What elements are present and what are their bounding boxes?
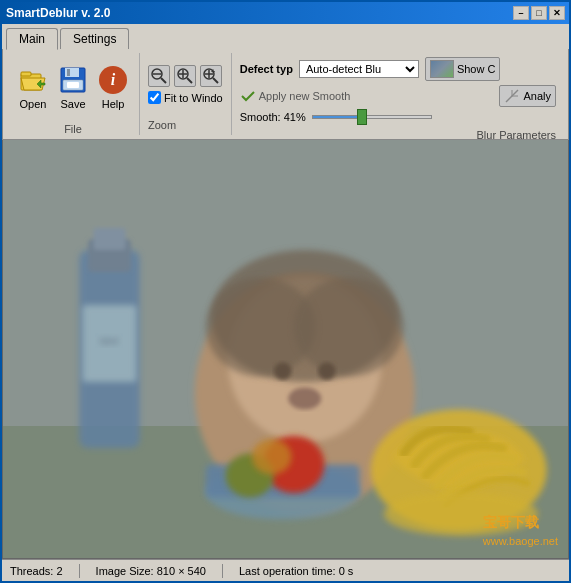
title-bar: SmartDeblur v. 2.0 – □ ✕ [2,2,569,24]
save-label: Save [60,98,85,110]
last-op-status: Last operation time: 0 s [239,565,353,577]
zoom-icons: + [148,65,223,87]
status-divider-2 [222,564,223,578]
open-button[interactable]: Open [15,64,51,110]
file-section-label: File [64,121,82,135]
minimize-button[interactable]: – [513,6,529,20]
svg-rect-26 [94,228,126,250]
help-icon: i [97,64,129,96]
svg-point-41 [252,439,292,474]
svg-text:label: label [100,336,119,346]
help-label: Help [102,98,125,110]
analy-icon [504,88,520,104]
svg-point-36 [288,388,321,410]
threads-status: Threads: 2 [10,565,63,577]
blur-section-label: Blur Parameters [477,127,556,141]
zoom-section: + Fit to Windo Zoom [140,53,232,135]
maximize-button[interactable]: □ [531,6,547,20]
defect-label: Defect typ [240,63,293,75]
smooth-label: Smooth: 41% [240,111,306,123]
show-c-thumbnail [430,60,454,78]
fit-label: Fit to Windo [164,92,223,104]
open-icon [17,64,49,96]
defect-row: Defect typ Auto-detect Blu Manual Blur M… [240,57,556,81]
tab-settings[interactable]: Settings [60,28,129,49]
svg-line-9 [161,78,166,83]
show-c-label: Show C [457,63,496,75]
analy-button[interactable]: Analy [499,85,556,107]
zoom-fit-button[interactable]: + [200,65,222,87]
blur-section: Defect typ Auto-detect Blu Manual Blur M… [232,53,564,135]
apply-row: Apply new Smooth Analy [240,85,556,107]
fit-to-window-checkbox[interactable]: Fit to Windo [148,91,223,104]
analy-label: Analy [523,90,551,102]
main-window: SmartDeblur v. 2.0 – □ ✕ Main Settings [0,0,571,583]
status-divider-1 [79,564,80,578]
svg-rect-1 [21,72,31,76]
defect-type-select[interactable]: Auto-detect Blu Manual Blur Motion Blur [299,60,419,78]
svg-text:+: + [211,68,215,75]
status-bar: Threads: 2 Image Size: 810 × 540 Last op… [2,559,569,581]
svg-rect-6 [67,82,79,88]
file-section: Open Save [7,53,140,135]
zoom-section-label: Zoom [148,117,223,131]
toolbar: Open Save [3,49,568,139]
svg-point-33 [294,278,404,377]
tab-bar: Main Settings [2,24,569,49]
svg-rect-4 [67,69,70,76]
open-label: Open [20,98,47,110]
zoom-in-button[interactable] [174,65,196,87]
zoom-out-button[interactable] [148,65,170,87]
apply-label: Apply new Smooth [259,90,351,102]
window-title: SmartDeblur v. 2.0 [6,6,110,20]
watermark: 宝哥下载www.baoge.net [483,514,558,548]
close-button[interactable]: ✕ [549,6,565,20]
svg-line-17 [213,78,218,83]
image-size-status: Image Size: 810 × 540 [96,565,206,577]
save-button[interactable]: Save [55,64,91,110]
title-bar-buttons: – □ ✕ [513,6,565,20]
checkmark-icon [240,88,256,104]
apply-smooth-button[interactable]: Apply new Smooth [240,88,351,104]
file-buttons: Open Save [15,53,131,121]
svg-point-34 [274,362,292,380]
help-button[interactable]: i Help [95,64,131,110]
tab-main[interactable]: Main [6,28,58,50]
toolbar-container: Open Save [2,49,569,140]
svg-point-35 [318,362,336,380]
save-icon [57,64,89,96]
svg-line-13 [187,78,192,83]
smooth-row: Smooth: 41% [240,111,556,123]
show-c-button[interactable]: Show C [425,57,501,81]
image-area: label [2,140,569,559]
smooth-slider[interactable] [312,115,432,119]
